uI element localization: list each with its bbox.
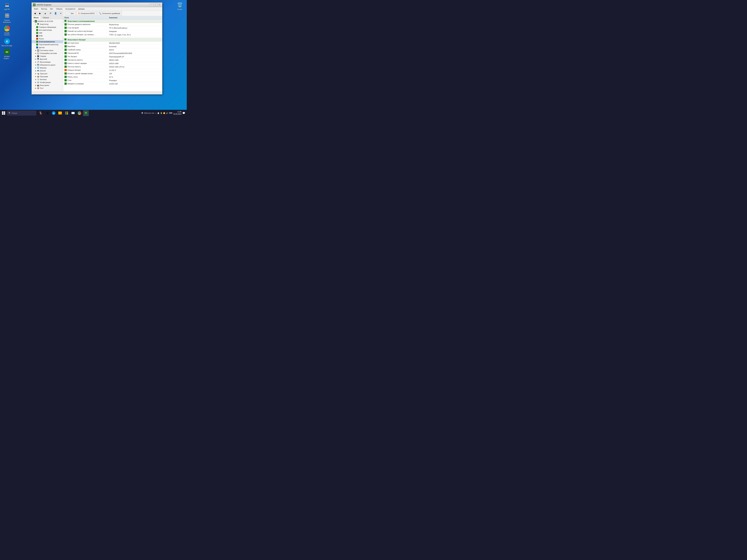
- refresh-button[interactable]: ↺: [48, 11, 53, 16]
- taskbar-app-taskview[interactable]: ⊞: [44, 110, 50, 116]
- tree-item-devices[interactable]: ▶ 🔌 Пристрої: [32, 72, 63, 75]
- section-header-battery: Властивості батареї: [63, 38, 162, 42]
- sensor-icon: [36, 46, 38, 49]
- table-row: Рівень зносу 10 %: [63, 75, 162, 79]
- tree-item-network[interactable]: ▶ 🌐 Мережа: [32, 66, 63, 69]
- power-icon: [36, 41, 38, 43]
- user-button[interactable]: 👤: [53, 11, 58, 16]
- tray-arrow[interactable]: ∧: [155, 112, 156, 114]
- table-row: Виробник Sunwoda: [63, 45, 162, 48]
- tree-item-test[interactable]: ▶ 🎯 Тест: [32, 87, 63, 89]
- field-icon: [65, 76, 67, 78]
- section2-icon: [65, 39, 68, 41]
- language-indicator[interactable]: УКР: [169, 112, 172, 114]
- desktop-icon-chrome[interactable]: Google Chrome: [1, 25, 12, 36]
- search-icon: 🔍: [8, 112, 11, 114]
- table-row: Кількість циклів зарядки-розря... 134: [63, 72, 162, 75]
- battery-icon: 🔋: [160, 112, 162, 114]
- recycle-label: Кошик: [177, 8, 182, 10]
- tree-item-dmi[interactable]: DMI: [32, 31, 63, 34]
- field-icon: [65, 33, 67, 36]
- volume-icon: 🔊: [166, 112, 168, 114]
- maximize-button[interactable]: □: [154, 3, 157, 6]
- taskbar-app-edge[interactable]: e: [51, 110, 56, 116]
- aida-icon: 64: [4, 49, 10, 55]
- desktop-icon-recycle[interactable]: 🗑️ Кошик: [174, 2, 185, 10]
- field-icon: [65, 62, 67, 64]
- taskview-icon: ⊞: [46, 112, 48, 115]
- tree-item-pcname[interactable]: Ім'я комп'ютера: [32, 29, 63, 31]
- desktop-icon-edge[interactable]: e Microsoft Edge: [1, 38, 12, 47]
- tree-item-security[interactable]: ▶ 🛡️ Безпека: [32, 78, 63, 81]
- taskbar-app-aida64[interactable]: 64: [83, 110, 89, 116]
- taskbar-app-store[interactable]: [63, 110, 70, 116]
- tree-item-summary[interactable]: Сумарна інформація: [32, 26, 63, 29]
- tree-item-storage[interactable]: ▶ 💾 Збереження даних: [32, 63, 63, 66]
- table-row: Тип батареї Перезарядний LiP: [63, 55, 162, 58]
- field-icon: [65, 23, 67, 26]
- tree-item-display[interactable]: ▶ 🖥️ Дисплей: [32, 58, 63, 60]
- driver-update-action[interactable]: 🔍 Оновлення драйверів: [97, 11, 122, 16]
- up-button[interactable]: ▲: [43, 11, 48, 16]
- start-button[interactable]: [1, 110, 6, 116]
- menu-view[interactable]: Вигляд: [40, 7, 48, 10]
- menu-file[interactable]: Файл: [33, 7, 40, 10]
- tree-item-power[interactable]: Електроживлення: [32, 40, 63, 43]
- taskbar-app-moose[interactable]: 🦌: [38, 110, 44, 116]
- tree-item-multimedia[interactable]: ▶ 🎵 Мультимедіа: [32, 60, 63, 63]
- expand-icon: ▼: [32, 21, 34, 22]
- tree-item-overclock[interactable]: Розгін: [32, 37, 63, 40]
- tree-item-directx[interactable]: ▶ 🎮 DirectX: [32, 69, 63, 72]
- tree-item-database[interactable]: ▶ 🗃️ База даних: [32, 84, 63, 87]
- server-icon: 🗄️: [37, 55, 40, 57]
- network-icon: 📶: [163, 112, 165, 114]
- ipmi-icon: ⬛: [36, 35, 38, 37]
- back-button[interactable]: ◀: [33, 11, 37, 16]
- section2-title: Властивості батареї: [68, 39, 85, 41]
- computer-icon: 🖥️: [37, 23, 40, 25]
- menu-tools[interactable]: Інструменти: [64, 7, 77, 10]
- desktop-icon-aida[interactable]: 64 AIDA64 Engine...: [1, 49, 12, 60]
- chrome-label: Google Chrome: [1, 32, 12, 36]
- tree-item-portable[interactable]: Портативний комп'ютер: [32, 43, 63, 46]
- notifications-icon[interactable]: 💬: [182, 112, 185, 114]
- tree-item-programs[interactable]: ▶ 📦 Програми: [32, 75, 63, 78]
- minimize-button[interactable]: ─: [150, 3, 153, 6]
- menu-help[interactable]: Довідка: [77, 7, 86, 10]
- tree-item-ipmi[interactable]: ⬛ IPMI: [32, 34, 63, 37]
- table-row: Напруга батареї 11.615 V: [63, 69, 162, 72]
- close-button[interactable]: ✕: [158, 3, 161, 6]
- table-row: Унікальний ID 40372Sunwoda5B10W13926: [63, 52, 162, 55]
- driver-icon: 🔍: [99, 12, 101, 15]
- menu-button[interactable]: ≡: [58, 11, 63, 16]
- tab-menu[interactable]: Меню: [32, 16, 41, 19]
- section1-title: Властивості електроживлення: [68, 20, 95, 22]
- taskbar-app-explorer[interactable]: [57, 110, 63, 116]
- menu-favorites[interactable]: Обране: [55, 7, 63, 10]
- table-row: Ім'я пристрою 5B10W13926: [63, 42, 162, 45]
- expand-computer-icon: ▼: [34, 23, 37, 25]
- tree-item-computer[interactable]: ▼ 🖥️ Комп'ютер: [32, 23, 63, 26]
- tree-item-motherboard[interactable]: ▶ 🔲 Системна плата: [32, 49, 63, 52]
- desktop-icon-controlpanel[interactable]: 🎛️ Панель керування: [1, 12, 12, 23]
- forward-button[interactable]: ▶: [38, 11, 42, 16]
- overclock-icon: [36, 37, 38, 40]
- bios-update-action[interactable]: ⬇ Оновлення BIOS: [76, 11, 96, 16]
- taskbar-app-chrome[interactable]: [77, 110, 82, 116]
- search-bar[interactable]: 🔍 Пошук: [7, 111, 36, 115]
- taskbar-apps: 🦌 ⊞ e ✉️: [38, 110, 89, 116]
- menu-report[interactable]: Звіт: [49, 7, 54, 10]
- tree-item-config[interactable]: ▶ ⚙️ Конфігурація: [32, 81, 63, 84]
- report-action[interactable]: 📄 Звіт: [66, 11, 76, 16]
- taskbar-app-mail[interactable]: ✉️: [70, 110, 76, 116]
- field-icon: [65, 42, 67, 44]
- programs-icon: 📦: [37, 75, 40, 78]
- tree-root-item[interactable]: ▼ 64 AIDA64 v6.33.5700: [32, 20, 63, 23]
- main-content: Меню Обране ▼ 64 AIDA64 v6.33.5700 ▼: [32, 16, 162, 91]
- tab-favorites[interactable]: Обране: [41, 16, 51, 19]
- tree-item-sensor[interactable]: Датчик: [32, 46, 63, 49]
- tree-item-server[interactable]: ▶ 🗄️ Сервер: [32, 55, 63, 58]
- field-icon: [65, 45, 67, 48]
- desktop-icon-mypc[interactable]: 💻 Цей ПК: [1, 2, 12, 10]
- tree-item-os[interactable]: ▶ 🪟 Операційна система: [32, 52, 63, 55]
